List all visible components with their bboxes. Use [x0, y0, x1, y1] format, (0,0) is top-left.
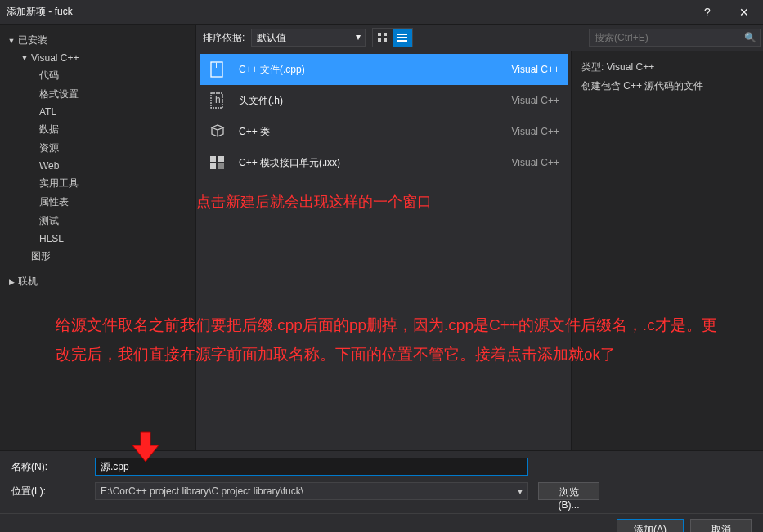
template-lang: Visual C++: [512, 64, 559, 75]
tree-online[interactable]: ▶ 联机: [0, 272, 195, 291]
chevron-right-icon: ▶: [7, 278, 16, 286]
class-icon: [208, 122, 227, 141]
tree-label: 联机: [18, 275, 38, 288]
view-toggle: [372, 28, 413, 47]
location-label: 位置(L):: [11, 485, 85, 498]
svg-rect-11: [210, 156, 216, 162]
svg-rect-6: [397, 40, 407, 42]
header-file-icon: h: [208, 91, 227, 110]
tree-graphics[interactable]: 图形: [0, 247, 195, 266]
tree-item-data[interactable]: 数据: [0, 120, 195, 139]
title-bar: 添加新项 - fuck ? ✕: [0, 0, 763, 25]
tree-item-code[interactable]: 代码: [0, 66, 195, 85]
tree-installed[interactable]: ▼ 已安装: [0, 31, 195, 50]
tree-item-utilities[interactable]: 实用工具: [0, 174, 195, 193]
tree-item-property-sheet[interactable]: 属性表: [0, 193, 195, 212]
tree-label: Visual C++: [31, 52, 79, 64]
svg-rect-3: [384, 38, 387, 42]
template-name: C++ 文件(.cpp): [239, 63, 500, 77]
svg-rect-12: [218, 156, 224, 162]
bottom-form: 名称(N): 位置(L): E:\CorC++ project library\…: [0, 450, 763, 513]
name-label: 名称(N):: [11, 460, 85, 474]
window-controls: ? ✕: [695, 6, 756, 19]
svg-rect-4: [397, 34, 407, 35]
template-name: C++ 类: [239, 125, 500, 139]
sort-label: 排序依据:: [203, 31, 245, 45]
tree-item-format[interactable]: 格式设置: [0, 85, 195, 104]
main-area: ▼ 已安装 ▼ Visual C++ 代码 格式设置 ATL 数据 资源 Web…: [0, 25, 763, 450]
svg-rect-0: [378, 33, 381, 36]
template-item-class[interactable]: C++ 类 Visual C++: [200, 116, 568, 147]
center-panel: 排序依据: 默认值 🔍: [196, 25, 763, 450]
tree-item-resources[interactable]: 资源: [0, 139, 195, 158]
chevron-down-icon: ▼: [7, 37, 16, 45]
svg-text:h: h: [215, 94, 221, 105]
name-row: 名称(N):: [11, 458, 752, 476]
template-lang: Visual C++: [512, 126, 559, 137]
location-row: 位置(L): E:\CorC++ project library\C proje…: [11, 482, 752, 500]
svg-rect-13: [210, 163, 216, 169]
template-list: ++ C++ 文件(.cpp) Visual C++ h 头文件(.h) Vis…: [196, 51, 571, 450]
close-button[interactable]: ✕: [732, 6, 756, 19]
template-item-cpp[interactable]: ++ C++ 文件(.cpp) Visual C++: [200, 54, 568, 85]
details-desc: 创建包含 C++ 源代码的文件: [581, 79, 753, 93]
help-button[interactable]: ?: [695, 6, 720, 19]
cpp-file-icon: ++: [208, 60, 227, 79]
details-panel: 类型: Visual C++ 创建包含 C++ 源代码的文件: [571, 51, 763, 450]
details-type: 类型: Visual C++: [581, 60, 753, 74]
template-item-module[interactable]: C++ 模块接口单元(.ixx) Visual C++: [200, 147, 568, 178]
chevron-down-icon: ▼: [20, 54, 29, 62]
search-input[interactable]: [589, 29, 761, 47]
tree-visual-cpp[interactable]: ▼ Visual C++: [0, 50, 195, 66]
search-wrapper: 🔍: [589, 29, 756, 47]
annotation-text-1: 点击新建后就会出现这样的一个窗口: [196, 188, 432, 216]
tree-label: 图形: [31, 249, 51, 263]
browse-button[interactable]: 浏览(B)...: [538, 482, 599, 500]
view-list-button[interactable]: [393, 29, 412, 47]
list-icon: [397, 32, 408, 43]
footer-buttons: 添加(A) 取消: [0, 513, 763, 532]
template-name: C++ 模块接口单元(.ixx): [239, 156, 500, 170]
tree-item-web[interactable]: Web: [0, 158, 195, 174]
template-item-header[interactable]: h 头文件(.h) Visual C++: [200, 85, 568, 116]
grid-icon: [377, 32, 388, 43]
svg-rect-14: [218, 163, 224, 169]
window-title: 添加新项 - fuck: [7, 5, 695, 19]
template-lang: Visual C++: [512, 95, 559, 106]
center-toolbar: 排序依据: 默认值 🔍: [196, 25, 763, 51]
svg-text:++: ++: [213, 60, 225, 71]
template-name: 头文件(.h): [239, 94, 500, 108]
view-grid-button[interactable]: [373, 29, 393, 47]
module-icon: [208, 153, 227, 172]
location-dropdown[interactable]: E:\CorC++ project library\C project libr…: [95, 482, 528, 500]
svg-rect-1: [378, 38, 381, 42]
name-input[interactable]: [95, 458, 528, 476]
category-sidebar: ▼ 已安装 ▼ Visual C++ 代码 格式设置 ATL 数据 资源 Web…: [0, 25, 196, 450]
center-body: ++ C++ 文件(.cpp) Visual C++ h 头文件(.h) Vis…: [196, 51, 763, 450]
cancel-button[interactable]: 取消: [690, 519, 752, 532]
svg-rect-5: [397, 37, 407, 38]
tree-item-atl[interactable]: ATL: [0, 104, 195, 120]
tree-item-hlsl[interactable]: HLSL: [0, 230, 195, 247]
svg-rect-2: [384, 33, 387, 36]
tree-label: 已安装: [18, 34, 47, 47]
sort-dropdown[interactable]: 默认值: [251, 29, 366, 47]
template-lang: Visual C++: [512, 157, 559, 168]
add-button[interactable]: 添加(A): [617, 519, 684, 532]
tree-item-test[interactable]: 测试: [0, 212, 195, 230]
search-icon: 🔍: [744, 32, 756, 43]
